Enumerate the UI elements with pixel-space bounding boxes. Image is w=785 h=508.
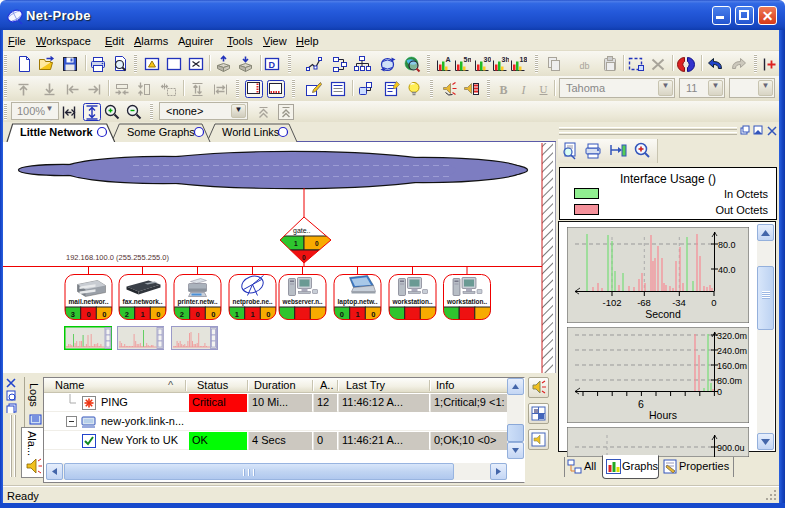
svg-text:U: U (540, 83, 548, 95)
svg-text:fax.network..: fax.network.. (123, 298, 163, 305)
svg-text:160.0m: 160.0m (717, 361, 747, 371)
svg-text:db: db (580, 61, 590, 71)
svg-text:Second: Second (645, 308, 681, 320)
svg-text:80.0m: 80.0m (717, 376, 742, 386)
svg-text:A: A (446, 56, 451, 63)
svg-text:workstation..: workstation.. (446, 298, 487, 305)
svg-text:-34: -34 (672, 297, 686, 308)
svg-text:30m: 30m (484, 56, 492, 63)
svg-text:0: 0 (711, 297, 716, 308)
svg-text:320.0m: 320.0m (717, 331, 747, 341)
svg-text:0: 0 (266, 310, 270, 319)
svg-text:Little Network: Little Network (20, 126, 94, 138)
svg-text:D: D (269, 60, 276, 70)
svg-text:0: 0 (315, 240, 319, 247)
svg-text:0: 0 (87, 310, 91, 319)
svg-text:-68: -68 (637, 297, 651, 308)
svg-text:1: 1 (141, 310, 145, 319)
svg-text:1: 1 (235, 310, 239, 319)
svg-text:laptop.netw..: laptop.netw.. (338, 298, 378, 306)
svg-text:3h: 3h (502, 56, 510, 63)
svg-text:0: 0 (371, 310, 375, 319)
svg-text:2: 2 (125, 310, 129, 319)
svg-text:B: B (500, 83, 508, 97)
svg-text:1: 1 (356, 310, 360, 319)
svg-text:18h: 18h (520, 56, 528, 63)
svg-text:webserver.n..: webserver.n.. (282, 298, 323, 305)
svg-text:1: 1 (251, 310, 255, 319)
svg-text:3: 3 (71, 310, 75, 319)
svg-text:6: 6 (638, 398, 644, 410)
svg-text:0: 0 (717, 387, 722, 397)
svg-text:0: 0 (302, 254, 306, 261)
svg-text:0: 0 (102, 310, 106, 319)
svg-text:0: 0 (196, 310, 200, 319)
svg-text:1: 1 (294, 240, 298, 247)
svg-text:40.0: 40.0 (718, 265, 736, 275)
svg-text:netprobe.ne..: netprobe.ne.. (233, 298, 273, 306)
svg-text:900.0u: 900.0u (717, 443, 745, 453)
svg-text:workstation..: workstation.. (392, 298, 433, 305)
svg-text:World Links: World Links (222, 126, 280, 138)
svg-text:gate..: gate.. (293, 227, 311, 235)
svg-text:0: 0 (156, 310, 160, 319)
svg-text:240.0m: 240.0m (717, 346, 747, 356)
svg-text:0: 0 (340, 310, 344, 319)
svg-text:printer.netw..: printer.netw.. (178, 298, 218, 306)
svg-text:-102: -102 (602, 297, 621, 308)
svg-text:Some Graphs: Some Graphs (127, 126, 195, 138)
svg-text:192.168.100.0 (255.255.255.0): 192.168.100.0 (255.255.255.0) (66, 253, 170, 262)
svg-text:I: I (521, 83, 527, 97)
svg-text:Hours: Hours (649, 409, 677, 421)
svg-text:2: 2 (180, 310, 184, 319)
svg-text:5m: 5m (464, 56, 472, 63)
svg-text:0: 0 (211, 310, 215, 319)
svg-text:mail.networ..: mail.networ.. (69, 298, 109, 305)
svg-text:80.0: 80.0 (718, 240, 736, 250)
